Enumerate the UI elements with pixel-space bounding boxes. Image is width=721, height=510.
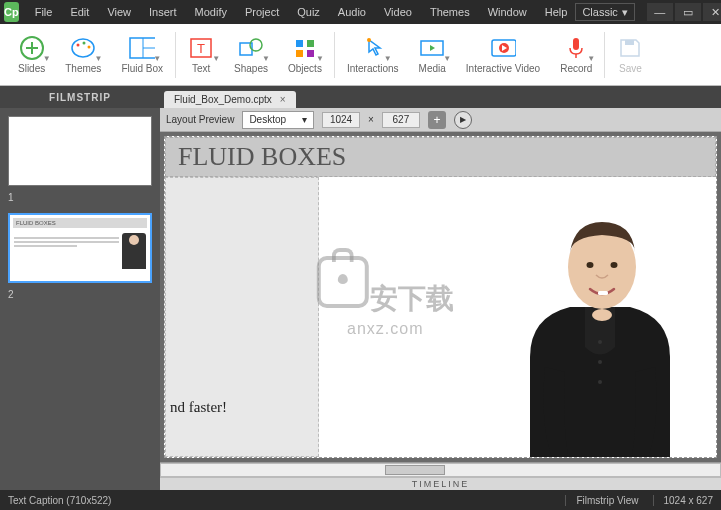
svg-rect-24 [573,38,579,50]
document-tab[interactable]: Fluid_Box_Demo.cptx × [164,91,296,108]
svg-rect-26 [625,40,634,45]
slide-title[interactable]: FLUID BOXES [165,137,716,177]
fluid-box-icon: ▼ [129,35,155,61]
close-button[interactable]: ✕ [703,3,721,21]
objects-button[interactable]: ▼ Objects [278,27,332,83]
interactive-video-button[interactable]: Interactive Video [456,27,550,83]
save-button[interactable]: Save [607,27,653,83]
svg-point-34 [598,380,602,384]
menu-edit[interactable]: Edit [62,3,97,21]
chevron-down-icon: ▼ [316,54,324,63]
caption-text: nd faster! [170,399,227,416]
chevron-down-icon: ▼ [43,54,51,63]
dim-separator: × [368,114,374,125]
slide-thumb-1[interactable] [8,116,152,186]
plus-slide-icon: ▼ [19,35,45,61]
interactions-button[interactable]: ▼ Interactions [337,27,409,83]
menu-project[interactable]: Project [237,3,287,21]
media-button[interactable]: ▼ Media [409,27,456,83]
svg-rect-15 [307,40,314,47]
fluid-box-button[interactable]: ▼ Fluid Box [111,27,173,83]
preview-play-button[interactable]: ▶ [454,111,472,129]
canvas-area: FLUID BOXES nd faster! [160,132,721,462]
themes-button[interactable]: ▼ Themes [55,27,111,83]
menu-audio[interactable]: Audio [330,3,374,21]
layout-preview-bar: Layout Preview Desktop ▾ 1024 × 627 + ▶ [160,108,721,132]
height-input[interactable]: 627 [382,112,420,128]
svg-point-33 [598,360,602,364]
text-icon: T ▼ [188,35,214,61]
layout-preview-label: Layout Preview [166,114,234,125]
menu-view[interactable]: View [99,3,139,21]
add-breakpoint-button[interactable]: + [428,111,446,129]
status-selection: Text Caption (710x522) [8,495,111,506]
chevron-down-icon: ▼ [262,54,270,63]
chevron-down-icon: ▾ [302,114,307,125]
workspace-label: Classic [582,6,617,18]
shapes-icon: ▼ [238,35,264,61]
chevron-down-icon: ▼ [94,54,102,63]
minimize-button[interactable]: — [647,3,673,21]
person-image [490,197,710,457]
chevron-down-icon: ▼ [587,54,595,63]
svg-rect-14 [296,40,303,47]
click-icon: ▼ [360,35,386,61]
video-icon [490,35,516,61]
slide-canvas[interactable]: FLUID BOXES nd faster! [164,136,717,458]
menu-quiz[interactable]: Quiz [289,3,328,21]
titlebar: Cp File Edit View Insert Modify Project … [0,0,721,24]
slide-thumb-2[interactable]: FLUID BOXES [8,213,152,283]
svg-point-5 [83,42,86,45]
menu-insert[interactable]: Insert [141,3,185,21]
menu-themes[interactable]: Themes [422,3,478,21]
svg-text:T: T [197,41,205,56]
text-caption-box[interactable]: nd faster! [165,177,319,457]
svg-rect-17 [307,50,314,57]
slide-number: 1 [8,192,152,203]
svg-marker-20 [430,45,435,51]
menubar: File Edit View Insert Modify Project Qui… [27,3,576,21]
menu-help[interactable]: Help [537,3,576,21]
menu-file[interactable]: File [27,3,61,21]
chevron-down-icon: ▼ [384,54,392,63]
save-icon [617,35,643,61]
chevron-down-icon: ▼ [443,54,451,63]
svg-point-3 [72,39,94,57]
text-button[interactable]: T ▼ Text [178,27,224,83]
document-tabs: Fluid_Box_Demo.cptx × [160,86,721,108]
objects-icon: ▼ [292,35,318,61]
chevron-down-icon: ▾ [622,6,628,19]
status-dimensions: 1024 x 627 [653,495,714,506]
statusbar: Text Caption (710x522) Filmstrip View 10… [0,490,721,510]
svg-point-32 [598,340,602,344]
svg-point-31 [592,309,612,321]
microphone-icon: ▼ [563,35,589,61]
svg-point-4 [77,44,80,47]
chevron-down-icon: ▼ [212,54,220,63]
svg-point-28 [587,262,594,268]
media-icon: ▼ [419,35,445,61]
svg-point-18 [367,38,371,42]
width-input[interactable]: 1024 [322,112,360,128]
menu-video[interactable]: Video [376,3,420,21]
app-icon: Cp [4,2,19,22]
filmstrip-header: FILMSTRIP [0,86,160,108]
document-name: Fluid_Box_Demo.cptx [174,94,272,105]
ribbon-toolbar: ▼ Slides ▼ Themes ▼ Fluid Box T ▼ Text ▼… [0,24,721,86]
shapes-button[interactable]: ▼ Shapes [224,27,278,83]
menu-modify[interactable]: Modify [187,3,235,21]
timeline-panel: TIMELINE [160,462,721,490]
workspace-select[interactable]: Classic ▾ [575,3,634,21]
tab-close-icon[interactable]: × [280,94,286,105]
menu-window[interactable]: Window [480,3,535,21]
svg-point-6 [88,46,91,49]
horizontal-scrollbar[interactable] [160,463,721,477]
device-select[interactable]: Desktop ▾ [242,111,314,129]
record-button[interactable]: ▼ Record [550,27,602,83]
image-box[interactable] [319,177,716,457]
timeline-label[interactable]: TIMELINE [160,477,721,490]
maximize-button[interactable]: ▭ [675,3,701,21]
chevron-down-icon: ▼ [153,54,161,63]
svg-rect-16 [296,50,303,57]
slides-button[interactable]: ▼ Slides [8,27,55,83]
